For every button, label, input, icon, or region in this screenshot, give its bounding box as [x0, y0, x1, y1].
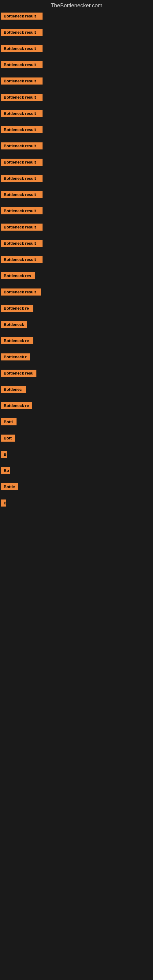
bottleneck-result-bar[interactable]: Bottleneck result: [1, 175, 43, 182]
list-item: Bottleneck result: [0, 126, 153, 133]
site-title: TheBottlenecker.com: [0, 0, 153, 13]
bottleneck-result-bar[interactable]: Bottleneck re: [1, 305, 33, 312]
bottleneck-result-bar[interactable]: B: [1, 500, 6, 506]
list-item: Bottleneck result: [0, 110, 153, 117]
bottleneck-result-bar[interactable]: Bottleneck result: [1, 61, 43, 68]
bottleneck-result-bar[interactable]: Bottleneck r: [1, 353, 30, 360]
bottleneck-result-bar[interactable]: Bottl: [1, 418, 16, 425]
bottleneck-result-bar[interactable]: Bo: [1, 467, 10, 474]
bottleneck-result-bar[interactable]: Bottleneck re: [1, 337, 33, 344]
bottleneck-result-bar[interactable]: B: [1, 451, 7, 458]
page-wrapper: TheBottlenecker.com Bottleneck resultBot…: [0, 0, 153, 506]
list-item: Bottleneck result: [0, 207, 153, 215]
list-item: Bottle: [0, 483, 153, 490]
bottleneck-result-bar[interactable]: Bottleneck result: [1, 207, 43, 215]
bottleneck-result-bar[interactable]: Bottleneck result: [1, 142, 43, 150]
bottleneck-result-bar[interactable]: Bottleneck result: [1, 45, 43, 52]
list-item: Bottleneck re: [0, 402, 153, 409]
list-item: Bottleneck result: [0, 224, 153, 231]
bottleneck-result-bar[interactable]: Bottleneck result: [1, 126, 43, 133]
list-item: Bottlenec: [0, 386, 153, 393]
list-item: Bottleneck result: [0, 78, 153, 84]
bottleneck-result-bar[interactable]: Bottleneck result: [1, 29, 43, 36]
list-item: B: [0, 451, 153, 458]
list-item: Bottleneck re: [0, 305, 153, 312]
list-item: Bo: [0, 467, 153, 474]
list-item: Bottleneck result: [0, 94, 153, 101]
list-item: Bottleneck result: [0, 13, 153, 20]
bottleneck-result-bar[interactable]: Bottleneck result: [1, 110, 43, 117]
bottleneck-result-bar[interactable]: Bottleneck result: [1, 240, 43, 247]
bottleneck-result-bar[interactable]: Bottleneck result: [1, 256, 43, 263]
list-item: Bottleneck result: [0, 175, 153, 182]
list-item: Bottleneck result: [0, 240, 153, 247]
bottleneck-result-bar[interactable]: Bott: [1, 434, 15, 442]
list-item: Bottleneck re: [0, 337, 153, 344]
bottleneck-result-bar[interactable]: Bottleneck result: [1, 159, 43, 166]
bottleneck-result-bar[interactable]: Bottle: [1, 483, 18, 490]
list-item: Bottleneck result: [0, 288, 153, 296]
bars-container: Bottleneck resultBottleneck resultBottle…: [0, 13, 153, 506]
list-item: Bottleneck resu: [0, 370, 153, 377]
list-item: B: [0, 500, 153, 506]
bottleneck-result-bar[interactable]: Bottleneck result: [1, 224, 43, 231]
bottleneck-result-bar[interactable]: Bottleneck: [1, 321, 27, 328]
list-item: Bottl: [0, 418, 153, 425]
bottleneck-result-bar[interactable]: Bottleneck result: [1, 94, 43, 101]
list-item: Bottleneck result: [0, 45, 153, 52]
bottleneck-result-bar[interactable]: Bottlenec: [1, 386, 26, 393]
bottleneck-result-bar[interactable]: Bottleneck result: [1, 191, 43, 198]
list-item: Bottleneck r: [0, 353, 153, 360]
list-item: Bottleneck result: [0, 29, 153, 36]
bottleneck-result-bar[interactable]: Bottleneck res: [1, 272, 35, 279]
list-item: Bottleneck: [0, 321, 153, 328]
list-item: Bott: [0, 434, 153, 442]
list-item: Bottleneck result: [0, 191, 153, 198]
bottleneck-result-bar[interactable]: Bottleneck re: [1, 402, 32, 409]
bottleneck-result-bar[interactable]: Bottleneck result: [1, 78, 43, 84]
list-item: Bottleneck result: [0, 159, 153, 166]
bottleneck-result-bar[interactable]: Bottleneck result: [1, 13, 43, 20]
list-item: Bottleneck result: [0, 142, 153, 150]
list-item: Bottleneck res: [0, 272, 153, 279]
bottleneck-result-bar[interactable]: Bottleneck result: [1, 288, 41, 296]
list-item: Bottleneck result: [0, 61, 153, 68]
bottleneck-result-bar[interactable]: Bottleneck resu: [1, 370, 37, 377]
list-item: Bottleneck result: [0, 256, 153, 263]
